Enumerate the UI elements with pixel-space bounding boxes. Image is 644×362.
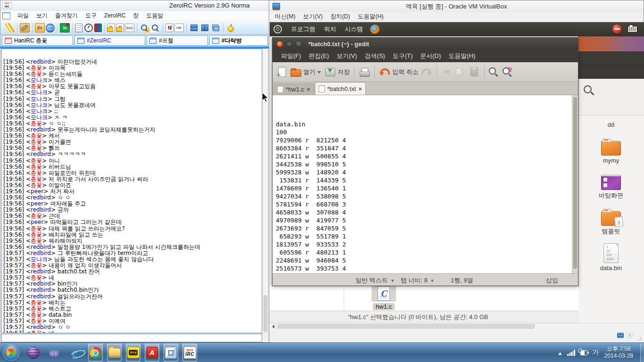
gedit-menu-item[interactable]: 도구(T) bbox=[389, 52, 417, 60]
gedit-text-area[interactable]: data.bin1007929006 r 821250 48603384 r 3… bbox=[272, 95, 578, 273]
irc-channel-tab[interactable]: #다락방 bbox=[209, 35, 268, 46]
kakaotalk-icon[interactable] bbox=[126, 344, 140, 362]
cut-icon[interactable] bbox=[441, 66, 453, 78]
show-desktop-button[interactable] bbox=[640, 343, 644, 362]
new-document-icon[interactable] bbox=[276, 66, 288, 78]
ime-indicator[interactable]: 가 bbox=[593, 348, 599, 357]
gedit-menu-item[interactable]: 검색(S) bbox=[361, 52, 388, 60]
irc-titlebar[interactable]: ZeroIRC Version 2.9G Norma bbox=[0, 0, 270, 11]
timer-icon[interactable] bbox=[83, 23, 93, 33]
gnome-menu-system[interactable]: 시스템 bbox=[340, 25, 367, 33]
vm-horizontal-scrollbar[interactable] bbox=[270, 323, 644, 329]
tab-close-icon[interactable] bbox=[358, 86, 362, 92]
separator[interactable] bbox=[482, 66, 487, 78]
gnome-menu-places[interactable]: 위치 bbox=[320, 25, 340, 33]
irc-menu-item[interactable]: 창 bbox=[129, 12, 142, 20]
file-explorer-icon[interactable] bbox=[107, 344, 122, 362]
adobe-reader-icon[interactable] bbox=[145, 344, 159, 362]
separator[interactable] bbox=[435, 66, 439, 78]
tab-width-dropdown[interactable]: 탭 너비: 8 bbox=[401, 276, 434, 285]
file-item[interactable]: 바탕화면 bbox=[599, 164, 623, 200]
paste-icon[interactable] bbox=[469, 66, 480, 78]
books-icon[interactable] bbox=[94, 24, 102, 32]
minimize-button[interactable]: − bbox=[286, 41, 293, 48]
find-document-icon[interactable] bbox=[150, 23, 160, 33]
scrollbar-thumb[interactable] bbox=[278, 324, 535, 329]
undo-button[interactable]: 입력 취소 bbox=[379, 66, 419, 78]
find-user-icon[interactable] bbox=[140, 23, 149, 33]
internet-explorer-icon[interactable] bbox=[67, 344, 82, 362]
editor-scrollbar[interactable] bbox=[572, 95, 578, 273]
tab-close-icon[interactable] bbox=[306, 86, 310, 92]
virtualbox-menu-item[interactable]: 머신(M) bbox=[271, 13, 299, 21]
print-icon[interactable] bbox=[359, 66, 370, 78]
irc-channel-tab[interactable]: #ZeroIRC bbox=[74, 35, 145, 46]
chat-log[interactable]: [19:56]redbird이런더럽것거네 [19:56]층꽃이과목 [19:5… bbox=[1, 49, 262, 333]
doctype-dropdown[interactable]: 일반 텍스트 bbox=[355, 276, 394, 285]
file-item[interactable]: data.bin bbox=[600, 236, 622, 272]
harddisk-icon[interactable] bbox=[617, 333, 624, 338]
document-tab[interactable]: *hw1.c bbox=[273, 83, 314, 95]
separator[interactable] bbox=[223, 23, 223, 33]
connect-icon[interactable] bbox=[5, 23, 15, 33]
resize-grip[interactable] bbox=[638, 336, 643, 341]
gedit-menu-item[interactable]: 도움말(H) bbox=[445, 52, 479, 60]
separator[interactable] bbox=[163, 23, 163, 33]
cascade-windows-icon[interactable] bbox=[211, 23, 221, 33]
alias-icon[interactable] bbox=[60, 23, 70, 33]
irc-menu-item[interactable]: 즐겨찾기 bbox=[51, 12, 82, 20]
virtualbox-menu-item[interactable]: 장치(D) bbox=[326, 13, 354, 21]
irc-menu-item[interactable]: 도구 bbox=[82, 12, 100, 20]
eclipse-icon[interactable] bbox=[26, 344, 41, 362]
separator[interactable] bbox=[137, 23, 137, 33]
tray-clock[interactable]: 오후 7:58 2014-03-28 bbox=[604, 346, 633, 360]
gedit-menu-item[interactable]: 편집(E) bbox=[305, 52, 333, 60]
gedit-menu-item[interactable]: 문서(D) bbox=[416, 52, 445, 60]
script-s-icon[interactable] bbox=[107, 24, 115, 32]
find-icon[interactable] bbox=[489, 66, 500, 78]
chat-input[interactable] bbox=[1, 334, 262, 342]
file-item[interactable]: dd bbox=[608, 116, 614, 128]
scroll-left-arrow-icon[interactable] bbox=[270, 323, 277, 329]
irc-menu-item[interactable]: 보기 bbox=[33, 12, 51, 20]
update-blocked-icon[interactable] bbox=[612, 25, 622, 34]
separator[interactable] bbox=[17, 23, 17, 33]
gedit-menu-item[interactable]: 보기(V) bbox=[333, 52, 361, 60]
replace-icon[interactable] bbox=[503, 66, 514, 78]
separator[interactable] bbox=[72, 23, 73, 33]
notes-icon[interactable] bbox=[75, 24, 83, 33]
server-list-icon[interactable] bbox=[46, 24, 55, 33]
chrome-icon[interactable] bbox=[88, 344, 103, 362]
irc-channel-tab[interactable]: HanIRC 층꽃 bbox=[2, 35, 73, 46]
close-button[interactable]: × bbox=[276, 41, 283, 48]
notice-icon[interactable] bbox=[165, 24, 173, 32]
channel-list-icon[interactable] bbox=[35, 23, 45, 33]
tile-vertical-icon[interactable] bbox=[200, 23, 210, 33]
irc-menu-item[interactable]: 도움말 bbox=[142, 12, 167, 20]
file-item[interactable]: 템플릿 bbox=[601, 200, 621, 236]
power-battery-icon[interactable] bbox=[580, 350, 587, 355]
start-button[interactable] bbox=[2, 344, 20, 362]
copy-icon[interactable] bbox=[455, 66, 466, 78]
chat-scrollbar[interactable] bbox=[263, 49, 268, 333]
selected-file-item[interactable]: hw1.c bbox=[369, 285, 399, 310]
virtualbox-menu-item[interactable]: 도움말(H) bbox=[354, 13, 388, 21]
ball-icon[interactable] bbox=[226, 23, 236, 33]
separator[interactable] bbox=[186, 23, 187, 33]
separator[interactable] bbox=[104, 23, 105, 33]
virtualbox-menu-item[interactable]: 보기(V) bbox=[299, 13, 327, 21]
irc-menu-item[interactable]: ZeroIRC bbox=[100, 12, 129, 19]
separator[interactable] bbox=[352, 66, 356, 78]
open-button[interactable]: 열기 bbox=[290, 66, 322, 78]
save-button[interactable]: 저장 bbox=[324, 66, 350, 78]
ubuntu-logo-icon[interactable] bbox=[273, 25, 282, 33]
zeroirc-taskbar-icon[interactable] bbox=[182, 344, 197, 362]
gedit-menu-item[interactable]: 파일(F) bbox=[277, 52, 305, 60]
cd-icon[interactable] bbox=[627, 333, 633, 338]
firefox-icon[interactable] bbox=[370, 25, 380, 34]
virtualbox-taskbar-icon[interactable] bbox=[164, 344, 178, 362]
search-icon[interactable] bbox=[583, 84, 595, 97]
tile-horizontal-icon[interactable] bbox=[189, 23, 199, 33]
tray-expand-icon[interactable] bbox=[558, 350, 562, 355]
visual-studio-icon[interactable] bbox=[47, 344, 61, 362]
